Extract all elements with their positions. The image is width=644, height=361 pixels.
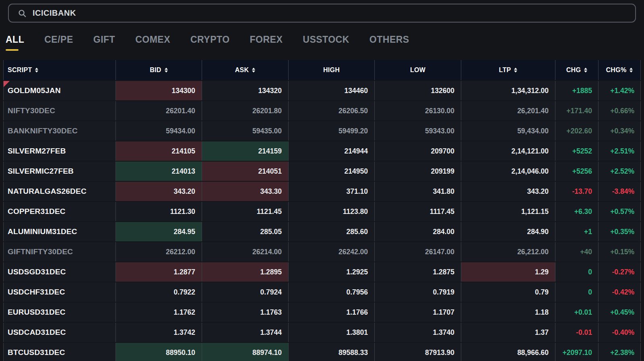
table-row[interactable]: COPPER31DEC1121.301121.451123.801117.451… [3, 202, 641, 221]
watchlist-table: SCRIPTBIDASKHIGHLOWLTPCHGCHG% GOLDM05JAN… [3, 60, 641, 361]
script-name: BANKNIFTY30DEC [8, 127, 78, 135]
chg-cell: +1 [555, 222, 599, 241]
search-input[interactable] [33, 8, 635, 18]
ask-cell: 214159 [202, 141, 289, 161]
table-row[interactable]: USDSGD31DEC1.28771.28951.29251.28751.290… [3, 262, 641, 282]
tab-all[interactable]: ALL [6, 34, 24, 51]
high-cell: 214950 [289, 162, 375, 181]
tab-label: CE/PE [44, 34, 73, 45]
chg-cell: +6.30 [555, 202, 599, 221]
ltp-cell: 1.18 [461, 303, 555, 322]
tab-crypto[interactable]: CRYPTO [190, 34, 230, 51]
tab-label: COMEX [135, 34, 170, 45]
table-row[interactable]: NIFTY30DEC26201.4026201.8026206.5026130.… [3, 101, 641, 120]
script-name: BTCUSD31DEC [8, 348, 65, 357]
high-cell: 285.60 [289, 222, 375, 241]
table-row[interactable]: ALUMINIUM31DEC284.95285.05285.60284.0028… [3, 222, 641, 241]
tab-comex[interactable]: COMEX [135, 34, 170, 51]
ask-cell: 1.1763 [202, 303, 289, 322]
bid-cell: 1.2877 [116, 262, 202, 282]
chg-percent-cell: -3.84% [599, 182, 641, 201]
tab-forex[interactable]: FOREX [250, 34, 283, 51]
low-cell: 1.2875 [375, 262, 461, 282]
column-header-chg[interactable]: CHG% [599, 60, 641, 80]
high-cell: 134460 [289, 81, 375, 100]
column-header-ltp[interactable]: LTP [461, 60, 555, 80]
ask-cell: 1.2895 [202, 262, 289, 282]
script-cell: BTCUSD31DEC [3, 343, 116, 361]
table-row[interactable]: SILVERMIC27FEB2140132140512149502091992,… [3, 162, 641, 181]
table-body: GOLDM05JAN1343001343201344601326001,34,3… [3, 81, 641, 361]
script-cell: EURUSD31DEC [3, 303, 116, 322]
high-cell: 214944 [289, 141, 375, 161]
sort-icon [630, 68, 633, 73]
tab-usstock[interactable]: USSTOCK [303, 34, 349, 51]
column-label: LTP [499, 66, 511, 74]
chg-percent-cell: +2.38% [599, 343, 641, 361]
ltp-cell: 26,201.40 [461, 101, 555, 120]
low-cell: 26130.00 [375, 101, 461, 120]
script-cell: GIFTNIFTY30DEC [3, 242, 116, 261]
table-row[interactable]: NATURALGAS26DEC343.20343.30371.10341.803… [3, 182, 641, 201]
table-header-row: SCRIPTBIDASKHIGHLOWLTPCHGCHG% [3, 60, 641, 80]
tab-others[interactable]: OTHERS [369, 34, 409, 51]
bid-cell: 26201.40 [116, 101, 202, 120]
sort-icon [165, 68, 168, 73]
high-cell: 1.3801 [289, 323, 375, 342]
low-cell: 132600 [375, 81, 461, 100]
table-row[interactable]: BANKNIFTY30DEC59434.0059435.0059499.2059… [3, 121, 641, 141]
ask-cell: 26214.00 [202, 242, 289, 261]
ltp-cell: 284.90 [461, 222, 555, 241]
column-header-ask[interactable]: ASK [202, 60, 289, 80]
column-label: ASK [235, 66, 249, 74]
bid-cell: 343.20 [116, 182, 202, 201]
bid-cell: 0.7922 [116, 282, 202, 302]
low-cell: 1.3740 [375, 323, 461, 342]
chg-cell: +202.60 [555, 121, 599, 141]
script-cell: SILVERM27FEB [3, 141, 116, 161]
chg-cell: +1885 [555, 81, 599, 100]
active-tab-underline [369, 49, 382, 51]
chg-cell: 0 [555, 262, 599, 282]
active-tab-underline [303, 49, 316, 51]
ltp-cell: 2,14,046.00 [461, 162, 555, 181]
table-row[interactable]: GIFTNIFTY30DEC26212.0026214.0026242.0026… [3, 242, 641, 261]
table-row[interactable]: USDCAD31DEC1.37421.37441.38011.37401.37-… [3, 323, 641, 342]
table-row[interactable]: EURUSD31DEC1.17621.17631.17661.17071.18+… [3, 303, 641, 322]
script-cell: GOLDM05JAN [3, 81, 116, 100]
active-tab-underline [250, 49, 263, 51]
ask-cell: 134320 [202, 81, 289, 100]
chg-cell: +171.40 [555, 101, 599, 120]
table-row[interactable]: USDCHF31DEC0.79220.79240.79560.79190.790… [3, 282, 641, 302]
low-cell: 87913.90 [375, 343, 461, 361]
chg-percent-cell: +0.66% [599, 101, 641, 120]
chg-percent-cell: -0.40% [599, 323, 641, 342]
table-row[interactable]: GOLDM05JAN1343001343201344601326001,34,3… [3, 81, 641, 100]
script-name: GIFTNIFTY30DEC [8, 247, 73, 256]
low-cell: 341.80 [375, 182, 461, 201]
tab-cepe[interactable]: CE/PE [44, 34, 73, 51]
sort-icon [35, 68, 38, 73]
bid-cell: 59434.00 [116, 121, 202, 141]
script-name: COPPER31DEC [8, 207, 66, 216]
column-header-script[interactable]: SCRIPT [3, 60, 116, 80]
table-row[interactable]: SILVERM27FEB2141052141592149442097002,14… [3, 141, 641, 161]
high-cell: 26206.50 [289, 101, 375, 120]
search-bar [8, 4, 636, 23]
column-header-bid[interactable]: BID [116, 60, 202, 80]
bid-cell: 214105 [116, 141, 202, 161]
table-row[interactable]: BTCUSD31DEC88950.1088974.1089588.3387913… [3, 343, 641, 361]
column-header-chg[interactable]: CHG [555, 60, 599, 80]
chg-cell: -13.70 [555, 182, 599, 201]
chg-percent-cell: -0.42% [599, 282, 641, 302]
chg-percent-cell: +2.51% [599, 141, 641, 161]
ltp-cell: 343.20 [461, 182, 555, 201]
tab-gift[interactable]: GIFT [93, 34, 115, 51]
chg-cell: +40 [555, 242, 599, 261]
bid-cell: 88950.10 [116, 343, 202, 361]
script-name: USDCAD31DEC [8, 328, 66, 337]
low-cell: 26147.00 [375, 242, 461, 261]
column-header-low: LOW [375, 60, 461, 80]
active-tab-underline [190, 49, 203, 51]
ask-cell: 0.7924 [202, 282, 289, 302]
